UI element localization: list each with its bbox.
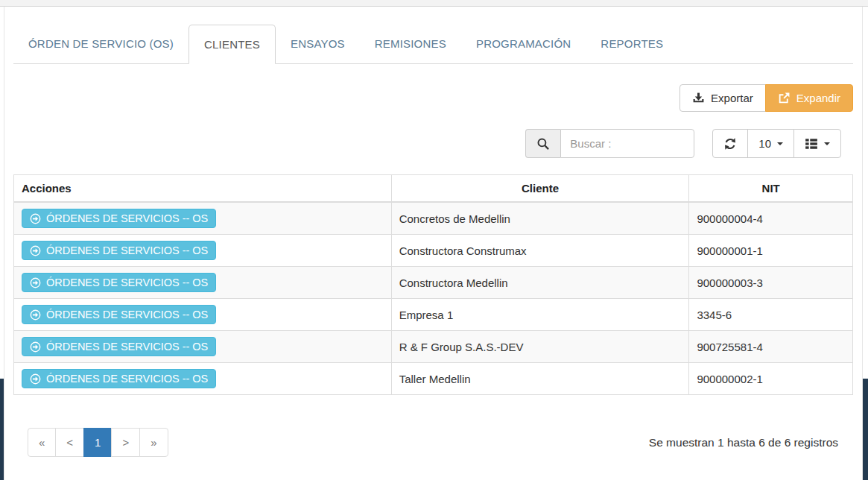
pagination-first-link[interactable]: « [28,428,56,457]
clients-table: Acciones Cliente NIT ÓRDENES DE SERVICIO… [13,174,853,395]
pagination-page-1[interactable]: 1 [84,428,112,457]
cliente-cell: Empresa 1 [391,299,689,331]
ordenes-de-servicios-button-label: ÓRDENES DE SERVICIOS -- OS [46,373,208,385]
page-size-dropdown[interactable]: 10 [747,129,794,158]
table-header-row: Acciones Cliente NIT [14,175,853,203]
table-controls-row: 10 [13,129,853,158]
table-row: ÓRDENES DE SERVICIOS -- OSConstructora M… [14,267,853,299]
acciones-cell: ÓRDENES DE SERVICIOS -- OS [14,331,392,363]
main-panel: ÓRDEN DE SERVICIO (OS) CLIENTES ENSAYOS … [4,7,863,480]
cliente-cell: Concretos de Medellin [391,202,689,235]
acciones-cell: ÓRDENES DE SERVICIOS -- OS [14,299,392,331]
arrow-right-circle-icon [30,213,41,224]
acciones-cell: ÓRDENES DE SERVICIOS -- OS [14,235,392,267]
ordenes-de-servicios-button[interactable]: ÓRDENES DE SERVICIOS -- OS [22,209,216,228]
ordenes-de-servicios-button[interactable]: ÓRDENES DE SERVICIOS -- OS [22,273,216,292]
pagination-last[interactable]: » [140,428,168,457]
acciones-cell: ÓRDENES DE SERVICIOS -- OS [14,267,392,299]
nit-cell: 900000001-1 [689,235,853,267]
nit-cell: 900725581-4 [689,331,853,363]
ordenes-de-servicios-button-label: ÓRDENES DE SERVICIOS -- OS [46,244,208,256]
search-input[interactable] [560,129,694,158]
nit-cell: 3345-6 [689,299,853,331]
pagination-prev-link[interactable]: < [55,428,84,457]
tab-clientes-label[interactable]: CLIENTES [189,25,276,64]
pagination-next-link[interactable]: > [111,428,140,457]
tab-remisiones-label[interactable]: REMISIONES [360,25,461,63]
ordenes-de-servicios-button[interactable]: ÓRDENES DE SERVICIOS -- OS [22,369,216,388]
tab-orden-de-servicio[interactable]: ÓRDEN DE SERVICIO (OS) [13,25,189,63]
ordenes-de-servicios-button-label: ÓRDENES DE SERVICIOS -- OS [46,212,208,224]
tab-reportes[interactable]: REPORTES [586,25,678,63]
search-icon [525,129,560,158]
ordenes-de-servicios-button[interactable]: ÓRDENES DE SERVICIOS -- OS [22,305,216,324]
search-group [525,129,694,158]
ordenes-de-servicios-button-label: ÓRDENES DE SERVICIOS -- OS [46,277,208,288]
tab-bar: ÓRDEN DE SERVICIO (OS) CLIENTES ENSAYOS … [13,25,853,64]
nit-cell: 900000002-1 [689,363,853,395]
th-list-icon [805,137,818,151]
arrow-right-circle-icon [30,373,41,385]
pagination: « < 1 > » [28,428,168,457]
export-button-label: Exportar [711,92,753,104]
tab-orden-de-servicio-label[interactable]: ÓRDEN DE SERVICIO (OS) [13,25,189,63]
pagination-page-1-link[interactable]: 1 [83,428,112,457]
ordenes-de-servicios-button[interactable]: ÓRDENES DE SERVICIOS -- OS [22,337,216,356]
download-icon [692,92,705,104]
tab-ensayos-label[interactable]: ENSAYOS [276,25,360,63]
tab-programacion-label[interactable]: PROGRAMACIÓN [461,25,586,63]
export-button[interactable]: Exportar [679,84,766,112]
arrow-right-circle-icon [30,277,41,288]
table-row: ÓRDENES DE SERVICIOS -- OSR & F Group S.… [14,331,853,363]
refresh-button[interactable] [712,129,748,158]
table-body: ÓRDENES DE SERVICIOS -- OSConcretos de M… [14,202,853,395]
refresh-icon [723,137,737,151]
nit-cell: 900000003-3 [689,267,853,299]
cliente-cell: Constructora Medellin [391,267,689,299]
table-row: ÓRDENES DE SERVICIOS -- OSConcretos de M… [14,202,853,235]
expand-button-label: Expandir [796,92,840,104]
pagination-last-link[interactable]: » [139,428,168,457]
ordenes-de-servicios-button[interactable]: ÓRDENES DE SERVICIOS -- OS [22,241,216,260]
records-summary: Se muestran 1 hasta 6 de 6 registros [649,436,838,449]
column-header-nit: NIT [689,175,853,203]
cliente-cell: Constructora Construmax [391,235,689,267]
arrow-right-circle-icon [30,309,41,320]
tab-programacion[interactable]: PROGRAMACIÓN [461,25,586,63]
chevron-down-icon [824,142,830,145]
external-link-icon [778,92,791,104]
acciones-cell: ÓRDENES DE SERVICIOS -- OS [14,202,392,235]
arrow-right-circle-icon [30,341,41,353]
tab-reportes-label[interactable]: REPORTES [586,25,678,63]
column-header-cliente: Cliente [391,175,689,203]
expand-button[interactable]: Expandir [765,84,853,112]
cliente-cell: R & F Group S.A.S.-DEV [391,331,689,363]
table-toolbar-group: 10 [712,129,841,158]
page-size-value: 10 [758,137,771,150]
table-row: ÓRDENES DE SERVICIOS -- OSTaller Medelli… [14,363,853,395]
acciones-cell: ÓRDENES DE SERVICIOS -- OS [14,363,392,395]
column-header-acciones: Acciones [14,175,392,203]
table-row: ÓRDENES DE SERVICIOS -- OSConstructora C… [14,235,853,267]
export-expand-toolbar: Exportar Expandir [13,84,853,112]
arrow-right-circle-icon [30,245,41,256]
columns-dropdown[interactable] [793,129,841,158]
nit-cell: 900000004-4 [689,202,853,235]
tab-clientes[interactable]: CLIENTES [189,25,276,63]
tab-ensayos[interactable]: ENSAYOS [276,25,360,63]
tab-remisiones[interactable]: REMISIONES [360,25,461,63]
table-footer-row: « < 1 > » Se muestran 1 hasta 6 de 6 reg… [13,428,853,457]
pagination-first[interactable]: « [28,428,56,457]
ordenes-de-servicios-button-label: ÓRDENES DE SERVICIOS -- OS [46,309,208,320]
pagination-prev[interactable]: < [56,428,84,457]
cliente-cell: Taller Medellin [391,363,689,395]
chevron-down-icon [777,142,783,145]
top-strip [0,0,868,7]
ordenes-de-servicios-button-label: ÓRDENES DE SERVICIOS -- OS [46,341,208,353]
pagination-next[interactable]: > [112,428,140,457]
table-row: ÓRDENES DE SERVICIOS -- OSEmpresa 13345-… [14,299,853,331]
